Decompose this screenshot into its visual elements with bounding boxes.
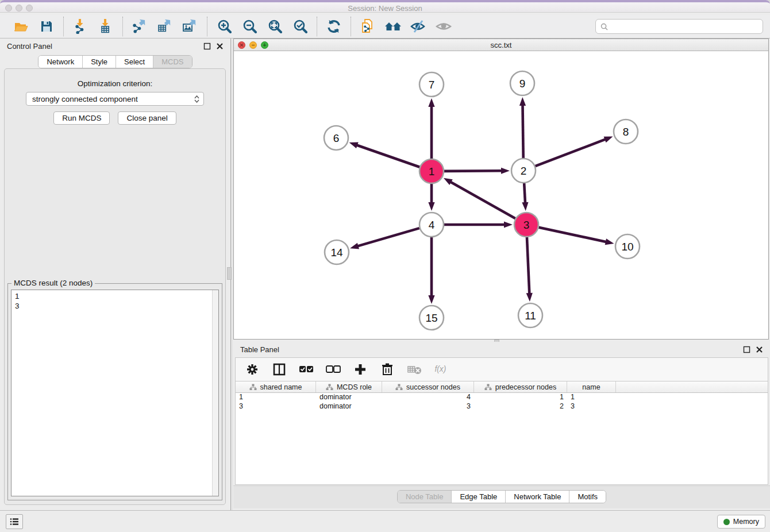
toolbar-group bbox=[5, 18, 63, 35]
table-cell[interactable]: dominator bbox=[316, 393, 382, 402]
edge-2-9[interactable] bbox=[522, 105, 523, 158]
table-cell[interactable]: 1 bbox=[236, 393, 316, 402]
zoom-fit-button[interactable] bbox=[266, 18, 283, 35]
table-cell[interactable]: dominator bbox=[316, 402, 382, 411]
memory-button[interactable]: Memory bbox=[717, 515, 765, 529]
tab-network-table[interactable]: Network Table bbox=[505, 491, 569, 503]
node-label-4: 4 bbox=[429, 219, 435, 231]
network-window-titlebar[interactable]: ✕ – + scc.txt bbox=[234, 39, 768, 51]
edge-2-8[interactable] bbox=[536, 139, 606, 166]
zoom-out-button[interactable] bbox=[241, 18, 258, 35]
column-header-successor-nodes[interactable]: successor nodes bbox=[382, 381, 474, 392]
delete-column-button[interactable] bbox=[380, 362, 395, 377]
deselect-all-rows-button[interactable] bbox=[326, 362, 341, 377]
tab-style[interactable]: Style bbox=[82, 56, 116, 68]
edge-1-6[interactable] bbox=[356, 145, 419, 167]
network-canvas[interactable]: 7968124314101511 bbox=[234, 51, 768, 339]
criterion-dropdown[interactable]: strongly connected component bbox=[26, 92, 204, 106]
search-icon bbox=[600, 23, 608, 30]
table-panel: Table Panel f(x) shared nameMCDS rolesuc… bbox=[233, 342, 770, 508]
save-session-button[interactable] bbox=[38, 18, 55, 35]
table-row[interactable]: 1dominator411 bbox=[236, 393, 768, 402]
node-label-2: 2 bbox=[521, 165, 527, 177]
network-graph: 7968124314101511 bbox=[234, 51, 768, 339]
table-settings-button[interactable] bbox=[245, 362, 260, 377]
zoom-selected-icon bbox=[292, 19, 307, 34]
zoom-selected-button[interactable] bbox=[291, 18, 309, 35]
edge-arrowhead bbox=[522, 202, 528, 211]
main-toolbar bbox=[0, 15, 770, 38]
status-bar: Memory bbox=[0, 510, 770, 532]
zoom-in-button[interactable] bbox=[215, 18, 233, 35]
edge-arrowhead bbox=[444, 178, 453, 185]
table-cell[interactable]: 3 bbox=[567, 402, 616, 411]
edge-2-3[interactable] bbox=[524, 183, 525, 203]
run-mcds-button[interactable]: Run MCDS bbox=[53, 111, 110, 125]
function-builder-button: f(x) bbox=[434, 362, 449, 377]
splitter-grip[interactable] bbox=[227, 267, 232, 280]
column-header-predecessor-nodes[interactable]: predecessor nodes bbox=[474, 381, 567, 392]
edge-1-2[interactable] bbox=[444, 171, 502, 171]
result-scrollbar[interactable] bbox=[212, 290, 218, 496]
table-row[interactable]: 3dominator323 bbox=[236, 402, 768, 411]
table-cell[interactable]: 3 bbox=[382, 402, 474, 411]
import-network-button[interactable] bbox=[72, 18, 89, 35]
search-box[interactable] bbox=[595, 19, 763, 34]
float-panel-icon[interactable] bbox=[203, 43, 211, 50]
split-panel-button[interactable] bbox=[272, 362, 287, 377]
control-panel: Control Panel NetworkStyleSelectMCDS Opt… bbox=[0, 38, 230, 510]
tab-motifs[interactable]: Motifs bbox=[569, 491, 606, 503]
table-cell[interactable]: 1 bbox=[474, 393, 567, 402]
table-cell[interactable]: 1 bbox=[567, 393, 616, 402]
duplicate-network-button[interactable] bbox=[359, 18, 376, 35]
first-neighbors-button[interactable] bbox=[384, 18, 402, 35]
edge-3-11[interactable] bbox=[527, 237, 529, 294]
tab-mcds[interactable]: MCDS bbox=[153, 56, 191, 68]
column-header-MCDS-role[interactable]: MCDS role bbox=[316, 381, 382, 392]
column-header-label: name bbox=[582, 383, 600, 391]
table-settings-icon bbox=[246, 363, 259, 376]
titlebar: Session: New Session bbox=[0, 0, 770, 13]
hide-selected-button[interactable] bbox=[410, 18, 427, 35]
column-header-name[interactable]: name bbox=[567, 381, 616, 392]
mcds-result-line: 3 bbox=[15, 301, 215, 311]
table-cell[interactable]: 4 bbox=[382, 393, 474, 402]
task-history-button[interactable] bbox=[6, 514, 23, 529]
edge-3-10[interactable] bbox=[539, 228, 607, 242]
open-session-icon bbox=[14, 20, 29, 33]
select-all-rows-button[interactable] bbox=[299, 362, 314, 377]
criterion-dropdown-value: strongly connected component bbox=[32, 95, 138, 103]
column-header-label: MCDS role bbox=[337, 383, 372, 391]
apply-layout-button[interactable] bbox=[325, 18, 342, 35]
float-table-panel-icon[interactable] bbox=[743, 346, 750, 353]
export-table-button[interactable] bbox=[156, 18, 174, 35]
tab-network[interactable]: Network bbox=[38, 56, 82, 68]
open-session-button[interactable] bbox=[13, 18, 30, 35]
column-header-shared-name[interactable]: shared name bbox=[236, 381, 316, 392]
edge-4-14[interactable] bbox=[357, 228, 419, 246]
node-table[interactable]: shared nameMCDS rolesuccessor nodesprede… bbox=[235, 381, 768, 485]
tab-select[interactable]: Select bbox=[116, 56, 153, 68]
import-table-button[interactable] bbox=[97, 18, 114, 35]
tab-edge-table[interactable]: Edge Table bbox=[451, 491, 505, 503]
table-cell[interactable]: 3 bbox=[236, 402, 316, 411]
edge-arrowhead bbox=[501, 168, 510, 174]
search-input[interactable] bbox=[611, 22, 758, 32]
export-image-button[interactable] bbox=[182, 18, 199, 35]
control-panel-title: Control Panel bbox=[7, 42, 52, 51]
tab-node-table[interactable]: Node Table bbox=[398, 491, 452, 503]
mcds-result-text[interactable]: 13 bbox=[11, 290, 219, 496]
add-column-button[interactable] bbox=[353, 362, 368, 377]
edge-arrowhead bbox=[504, 221, 513, 228]
edge-3-1[interactable] bbox=[450, 182, 515, 218]
close-panel-icon[interactable] bbox=[216, 43, 224, 50]
export-network-button[interactable] bbox=[131, 18, 148, 35]
close-table-panel-icon[interactable] bbox=[756, 346, 763, 353]
close-panel-button[interactable]: Close panel bbox=[118, 111, 176, 125]
toolbar-group bbox=[207, 18, 317, 35]
first-neighbors-icon bbox=[384, 20, 402, 33]
table-cell[interactable]: 2 bbox=[474, 402, 567, 411]
tree-icon bbox=[249, 384, 257, 391]
vertical-splitter[interactable] bbox=[230, 38, 233, 510]
zoom-in-icon bbox=[217, 19, 232, 34]
